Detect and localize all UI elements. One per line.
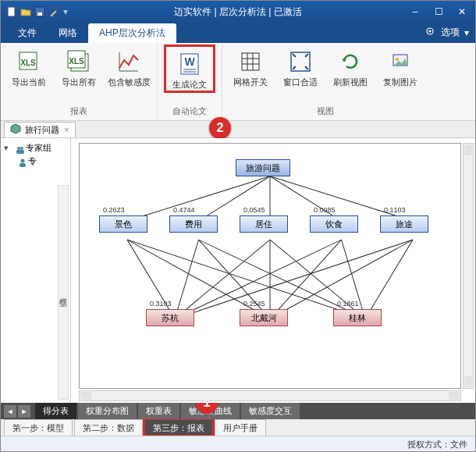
tree-row-expert[interactable]: 专 <box>4 155 67 168</box>
copy-image-icon <box>388 49 413 74</box>
hierarchy-canvas[interactable]: 旅游问题 0.2623 景色 0.4744 费用 0.0545 居住 0.098… <box>79 143 461 389</box>
export-all-button[interactable]: XLS 导出所有 <box>57 46 101 87</box>
side-panel: ▾ 专家组 专 模型 <box>1 138 71 403</box>
user-icon <box>16 157 26 166</box>
svg-line-33 <box>270 176 342 221</box>
close-tab-icon[interactable]: × <box>62 125 70 134</box>
ribbon: XLS 导出当前 XLS 导出所有 包含敏感度 报表 W 生成论文 自动论文 <box>1 43 475 121</box>
include-sens-button[interactable]: 包含敏感度 <box>107 46 151 87</box>
ribbon-group-view-title: 视图 <box>317 104 334 119</box>
svg-rect-29 <box>20 163 26 167</box>
svg-line-38 <box>175 240 199 319</box>
document-tab[interactable]: 旅行问题 × <box>4 122 76 137</box>
fit-icon <box>288 49 313 74</box>
weight-label: 0.1103 <box>384 206 406 214</box>
tools-icon[interactable] <box>48 5 60 18</box>
weight-label: 0.0985 <box>314 206 336 214</box>
tree-label-experts: 专家组 <box>26 142 52 154</box>
gear-icon[interactable] <box>424 25 436 40</box>
quick-access-toolbar: ▾ <box>5 5 69 18</box>
chart-node-alt-1[interactable]: 北戴河 <box>240 309 288 326</box>
step-tab-model[interactable]: 第一步：模型 <box>4 419 73 436</box>
svg-line-30 <box>127 176 270 221</box>
canvas-wrap: 旅游问题 0.2623 景色 0.4744 费用 0.0545 居住 0.098… <box>71 138 475 403</box>
copy-image-label: 复制图片 <box>383 77 417 87</box>
weight-label: 0.4744 <box>173 206 195 214</box>
tab-nav-arrows[interactable]: ◄► <box>4 405 30 418</box>
tab-network[interactable]: 网络 <box>48 23 88 43</box>
save-icon[interactable] <box>34 5 46 18</box>
minimize-button[interactable]: – <box>407 5 424 18</box>
chart-node-criteria-0[interactable]: 景色 <box>99 215 147 233</box>
tree-row-experts[interactable]: ▾ 专家组 <box>4 141 67 155</box>
inner-tab-weight-table[interactable]: 权重表 <box>138 403 179 419</box>
weight-label: 0.2545 <box>243 300 265 308</box>
copy-image-button[interactable]: 复制图片 <box>378 46 422 87</box>
xls-all-icon: XLS <box>66 49 91 74</box>
status-license-value: 文件 <box>450 439 467 450</box>
weight-label: 0.2623 <box>103 206 125 214</box>
svg-text:XLS: XLS <box>69 57 84 66</box>
cube-icon <box>9 123 22 137</box>
svg-text:W: W <box>184 55 195 68</box>
inner-tab-score[interactable]: 得分表 <box>35 403 76 419</box>
main-area: ▾ 专家组 专 模型 <box>1 138 475 403</box>
qat-dropdown-icon[interactable]: ▾ <box>62 6 69 17</box>
generate-paper-label: 生成论文 <box>172 80 207 89</box>
new-file-icon[interactable] <box>5 5 18 18</box>
export-current-button[interactable]: XLS 导出当前 <box>7 46 51 87</box>
inner-tab-weight-chart[interactable]: 权重分布图 <box>78 403 137 419</box>
chart-node-alt-2[interactable]: 桂林 <box>333 309 382 326</box>
svg-point-28 <box>21 158 25 162</box>
step-tab-report[interactable]: 第三步：报表 <box>144 419 213 436</box>
ribbon-group-autopaper-title: 自动论文 <box>172 104 207 119</box>
horizontal-scrollbar[interactable] <box>79 390 461 401</box>
close-button[interactable]: ✕ <box>453 5 471 18</box>
chart-node-criteria-1[interactable]: 费用 <box>169 215 218 233</box>
step-tab-data[interactable]: 第二步：数据 <box>74 419 143 436</box>
options-label[interactable]: 选项 <box>441 26 460 39</box>
open-folder-icon[interactable] <box>20 5 32 18</box>
step-tab-manual[interactable]: 用户手册 <box>215 419 266 436</box>
generate-paper-button[interactable]: W 生成论文 <box>168 48 211 89</box>
window-buttons: – ☐ ✕ <box>407 5 471 18</box>
vertical-scrollbar[interactable] <box>463 143 474 389</box>
document-tab-bar: 旅行问题 × <box>1 121 475 138</box>
word-doc-icon: W <box>177 52 202 77</box>
tab-file[interactable]: 文件 <box>7 23 48 43</box>
chart-node-goal[interactable]: 旅游问题 <box>236 159 290 176</box>
weight-label: 0.1861 <box>337 300 359 308</box>
side-vertical-tab[interactable]: 模型 <box>58 185 69 400</box>
xls-icon: XLS <box>16 49 41 74</box>
refresh-view-button[interactable]: 刷新视图 <box>329 46 372 87</box>
window-title: 迈实软件 | 层次分析法 | 已激活 <box>1 5 475 19</box>
refresh-view-label: 刷新视图 <box>333 77 368 87</box>
fit-window-button[interactable]: 窗口合适 <box>279 46 322 87</box>
users-icon <box>14 144 23 153</box>
tree-label-expert: 专 <box>28 155 37 167</box>
ribbon-group-report-title: 报表 <box>70 104 87 119</box>
tree-toggle-icon[interactable]: ▾ <box>4 143 12 153</box>
include-sens-label: 包含敏感度 <box>108 77 151 87</box>
chart-node-alt-0[interactable]: 苏杭 <box>146 309 194 326</box>
svg-rect-0 <box>8 7 15 16</box>
tree-view[interactable]: ▾ 专家组 专 <box>1 138 70 171</box>
grid-icon <box>238 49 263 74</box>
tab-ahp[interactable]: AHP层次分析法 <box>88 23 176 43</box>
svg-line-31 <box>199 176 271 221</box>
chart-node-criteria-4[interactable]: 旅途 <box>380 215 428 233</box>
options-dropdown-icon[interactable]: ▾ <box>464 27 469 38</box>
chart-node-criteria-3[interactable]: 饮食 <box>310 215 358 233</box>
document-tab-label: 旅行问题 <box>25 124 59 136</box>
svg-line-45 <box>270 240 342 319</box>
svg-point-3 <box>55 7 59 10</box>
export-all-label: 导出所有 <box>62 77 96 87</box>
grid-toggle-button[interactable]: 网格开关 <box>229 46 272 87</box>
title-bar: ▾ 迈实软件 | 层次分析法 | 已激活 – ☐ ✕ <box>1 1 475 23</box>
svg-line-47 <box>175 240 413 319</box>
inner-tab-sens-interact[interactable]: 敏感度交互 <box>241 403 300 419</box>
maximize-button[interactable]: ☐ <box>430 5 447 18</box>
weight-label: 0.0545 <box>243 206 265 214</box>
export-current-label: 导出当前 <box>12 77 46 87</box>
chart-node-criteria-2[interactable]: 居住 <box>240 215 288 233</box>
